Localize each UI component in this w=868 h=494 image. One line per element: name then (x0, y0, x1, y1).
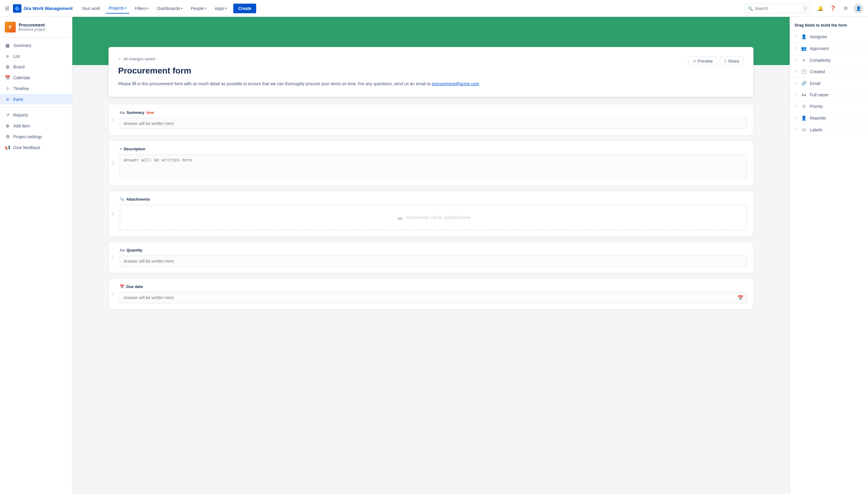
upload-area[interactable]: ☁ Attachments will be uploaded here (119, 205, 747, 230)
drag-handle-icon[interactable]: ⠿ (111, 255, 114, 260)
search-icon: 🔍 (748, 6, 753, 11)
share-button[interactable]: ⤴ Share (720, 57, 744, 66)
form-icon: ≡ (5, 97, 10, 102)
sidebar-item-timeline[interactable]: ⊹ Timeline (0, 83, 72, 94)
upload-placeholder: Attachments will be uploaded here (406, 215, 470, 220)
full-name-icon: Aa (801, 93, 807, 97)
quantity-icon: Aa (119, 248, 125, 252)
sidebar-item-list[interactable]: ≡ List (0, 51, 72, 61)
panel-item-label: Assignee (810, 34, 827, 39)
grid-icon[interactable]: ⊞ (5, 5, 10, 12)
sidebar-item-add-item[interactable]: ⊕ Add item (0, 120, 72, 131)
sidebar-nav: ▦ Summary ≡ List ⊞ Board 📅 Calendar ⊹ Ti… (0, 38, 72, 155)
attachment-icon: 📎 (119, 197, 125, 202)
approvers-icon: 👥 (801, 46, 807, 51)
summary-input[interactable] (119, 118, 747, 129)
nav-people[interactable]: People ▾ (188, 4, 209, 13)
drag-dots-icon: ⠿ (795, 128, 798, 132)
complexity-icon: ≡ (801, 58, 807, 63)
sidebar-item-label: Form (13, 97, 23, 102)
email-icon: 🔗 (801, 81, 807, 86)
field-attachments: ⠿ 📎 Attachments ☁ Attachments will be up… (109, 191, 754, 237)
field-label-text: Attachments (126, 197, 150, 202)
form-status-text: All changes saved (123, 57, 155, 61)
sidebar-item-form[interactable]: ≡ Form (0, 94, 72, 104)
checkmark-icon: ✓ (118, 57, 122, 61)
drag-dots-icon: ⠿ (795, 104, 798, 109)
panel-item-label: Reporter (810, 116, 826, 120)
notifications-button[interactable]: 🔔 (816, 4, 825, 13)
create-button[interactable]: Create (233, 4, 256, 13)
sidebar-item-label: Timeline (13, 86, 29, 91)
topnav-icons: 🔔 ❓ ⚙ 👤 (816, 4, 863, 13)
help-button[interactable]: ❓ (828, 4, 838, 13)
labels-icon: 🏷 (801, 127, 807, 132)
date-icon: 📅 (119, 284, 125, 289)
drag-dots-icon: ⠿ (795, 58, 798, 62)
chevron-down-icon: ▾ (125, 6, 126, 10)
date-wrapper: 📅 (119, 292, 747, 303)
sidebar-item-label: Add item (13, 124, 30, 128)
drag-dots-icon: ⠿ (795, 70, 798, 74)
right-panel: Drag fields to build the form ⠿ 👤 Assign… (790, 17, 868, 494)
due-date-input[interactable] (119, 292, 747, 303)
quantity-input[interactable] (119, 255, 747, 267)
project-name: Procurement (19, 23, 45, 27)
drag-handle-icon[interactable]: ⠿ (111, 118, 114, 122)
field-due-date: ⠿ 📅 Due date 📅 (109, 278, 754, 310)
drag-handle-icon[interactable]: ⠿ (111, 161, 114, 165)
calendar-picker-icon[interactable]: 📅 (738, 295, 743, 301)
share-icon: ⤴ (724, 59, 726, 63)
reports-icon: ↗ (5, 112, 10, 118)
calendar-icon: 📅 (5, 75, 10, 80)
drag-handle-icon[interactable]: ⠿ (111, 212, 114, 216)
reporter-icon: 👤 (801, 115, 807, 121)
description-input[interactable] (119, 154, 747, 178)
panel-item-approvers[interactable]: ⠿ 👥 Approvers (790, 43, 868, 55)
field-summary: ⠿ Aa Summary true (109, 104, 754, 136)
required-indicator: true (146, 110, 154, 115)
sidebar-item-give-feedback[interactable]: 📢 Give feedback (0, 142, 72, 153)
form-header-card: ✓ All changes saved ↗ Preview ⤴ Share (109, 47, 754, 97)
nav-filters[interactable]: Filters ▾ (132, 4, 152, 13)
panel-item-labels[interactable]: ⠿ 🏷 Labels (790, 124, 868, 136)
chevron-down-icon: ▾ (147, 7, 149, 10)
form-email-link[interactable]: procurement@acme.com (431, 81, 479, 86)
nav-projects[interactable]: Projects ▾ (106, 3, 130, 14)
field-label-text: Summary (127, 110, 144, 115)
text-icon: Aa (119, 110, 125, 115)
list-icon: ≡ (5, 54, 10, 59)
user-avatar[interactable]: 👤 (853, 4, 863, 13)
drag-dots-icon: ⠿ (795, 46, 798, 51)
drag-dots-icon: ⠿ (795, 116, 798, 120)
right-panel-title: Drag fields to build the form (790, 23, 868, 31)
panel-item-priority[interactable]: ⠿ ⊙ Priority (790, 101, 868, 112)
sidebar-item-reports[interactable]: ↗ Reports (0, 110, 72, 120)
upload-cloud-icon: ☁ (396, 213, 403, 222)
drag-handle-icon[interactable]: ⠿ (111, 292, 114, 296)
panel-item-assignee[interactable]: ⠿ 👤 Assignee (790, 31, 868, 43)
form-title: Procurement form (118, 66, 744, 76)
panel-item-email[interactable]: ⠿ 🔗 Email (790, 78, 868, 90)
form-status: ✓ All changes saved (118, 57, 155, 61)
panel-item-reporter[interactable]: ⠿ 👤 Reporter (790, 112, 868, 124)
sidebar-item-label: Reports (13, 113, 28, 117)
panel-item-created[interactable]: ⠿ 🕐 Created (790, 66, 868, 78)
preview-button[interactable]: ↗ Preview (688, 57, 717, 66)
panel-item-label: Full name (810, 93, 828, 97)
search-bar[interactable]: 🔍 Search / (744, 4, 811, 13)
nav-apps[interactable]: Apps ▾ (212, 4, 230, 13)
nav-your-work[interactable]: Your work (79, 4, 104, 13)
search-shortcut: / (803, 6, 808, 11)
panel-item-full-name[interactable]: ⠿ Aa Full name (790, 90, 868, 101)
panel-item-complexity[interactable]: ⠿ ≡ Complexity (790, 55, 868, 66)
sidebar-item-calendar[interactable]: 📅 Calendar (0, 72, 72, 83)
field-label-text: Due date (126, 284, 143, 289)
sidebar-item-board[interactable]: ⊞ Board (0, 61, 72, 72)
app-logo[interactable]: Jira Work Management (13, 4, 73, 13)
sidebar-item-project-settings[interactable]: ⚙ Project settings (0, 131, 72, 142)
nav-dashboards[interactable]: Dashboards ▾ (154, 4, 185, 13)
settings-button[interactable]: ⚙ (841, 4, 851, 13)
sidebar-item-summary[interactable]: ▦ Summary (0, 40, 72, 51)
form-description: Please fill in this procurement form wit… (118, 80, 744, 87)
